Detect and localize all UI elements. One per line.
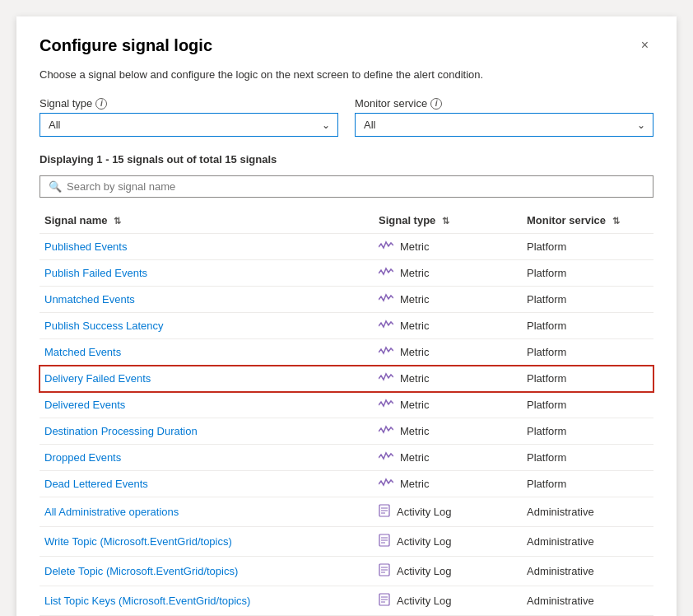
metric-icon [379, 293, 393, 306]
close-button[interactable]: × [636, 36, 653, 54]
signal-type-dropdown-wrapper: All ⌄ [40, 113, 338, 137]
signal-type-cell: Activity Log [374, 497, 522, 527]
signal-name-cell[interactable]: Destination Processing Duration [40, 418, 374, 445]
monitor-service-info-icon[interactable]: i [430, 98, 442, 110]
table-row[interactable]: Delete Topic (Microsoft.EventGrid/topics… [40, 557, 653, 586]
table-row[interactable]: Publish Failed EventsMetricPlatform [40, 260, 653, 287]
signal-type-text: Metric [400, 240, 429, 253]
table-row[interactable]: List Topic Keys (Microsoft.EventGrid/top… [40, 586, 653, 616]
monitor-service-cell: Platform [522, 260, 653, 287]
monitor-service-cell: Platform [522, 287, 653, 313]
configure-signal-panel: Configure signal logic × Choose a signal… [16, 16, 677, 616]
signal-name-cell[interactable]: Delete Topic (Microsoft.EventGrid/topics… [40, 557, 374, 586]
monitor-service-cell: Platform [522, 339, 653, 366]
signal-type-info-icon[interactable]: i [95, 98, 107, 110]
table-row[interactable]: Destination Processing DurationMetricPla… [40, 418, 653, 445]
signals-table: Signal name ⇅ Signal type ⇅ Monitor serv… [40, 208, 653, 616]
table-row[interactable]: Matched EventsMetricPlatform [40, 339, 653, 366]
signal-name-cell[interactable]: Dropped Events [40, 445, 374, 471]
col-header-signal-name: Signal name ⇅ [40, 208, 374, 234]
signal-type-cell: Metric [374, 260, 522, 287]
col-header-signal-type: Signal type ⇅ [374, 208, 522, 234]
panel-header: Configure signal logic × [40, 36, 653, 55]
signal-type-text: Metric [400, 346, 429, 358]
signal-type-text: Metric [400, 320, 429, 332]
monitor-service-cell: Administrative [522, 557, 653, 586]
activity-log-icon [379, 504, 390, 520]
table-row[interactable]: Write Topic (Microsoft.EventGrid/topics)… [40, 527, 653, 557]
monitor-service-cell: Administrative [522, 497, 653, 527]
monitor-service-cell: Platform [522, 234, 653, 260]
table-row[interactable]: Delivery Failed EventsMetricPlatform [40, 366, 653, 392]
table-row[interactable]: Delivered EventsMetricPlatform [40, 392, 653, 418]
signal-type-cell: Metric [374, 418, 522, 445]
signal-name-cell[interactable]: Publish Failed Events [40, 260, 374, 287]
signal-name-cell[interactable]: List Topic Keys (Microsoft.EventGrid/top… [40, 586, 374, 616]
signal-name-cell[interactable]: Publish Success Latency [40, 313, 374, 339]
signal-type-group: Signal type i All ⌄ [40, 97, 338, 137]
signal-type-cell: Activity Log [374, 527, 522, 557]
search-input[interactable] [67, 180, 644, 193]
metric-icon [379, 425, 393, 437]
table-row[interactable]: Unmatched EventsMetricPlatform [40, 287, 653, 313]
metric-icon [379, 346, 393, 358]
table-row[interactable]: Dead Lettered EventsMetricPlatform [40, 471, 653, 497]
monitor-service-group: Monitor service i All ⌄ [355, 97, 653, 137]
signal-type-cell: Metric [374, 392, 522, 418]
signal-name-cell[interactable]: All Administrative operations [40, 497, 374, 527]
signal-name-cell[interactable]: Write Topic (Microsoft.EventGrid/topics) [40, 527, 374, 557]
signal-type-cell: Metric [374, 313, 522, 339]
metric-icon [379, 478, 393, 490]
monitor-service-sort-icon[interactable]: ⇅ [612, 216, 620, 226]
signal-type-select[interactable]: All [40, 113, 338, 137]
monitor-service-cell: Platform [522, 418, 653, 445]
panel-description: Choose a signal below and configure the … [40, 68, 653, 81]
metric-icon [379, 267, 393, 279]
signal-type-sort-icon[interactable]: ⇅ [442, 216, 449, 226]
signal-name-sort-icon[interactable]: ⇅ [114, 216, 121, 226]
signal-type-text: Activity Log [397, 595, 451, 607]
signal-type-text: Activity Log [397, 565, 451, 577]
metric-icon [379, 240, 393, 253]
metric-icon [379, 451, 393, 464]
signal-type-text: Metric [400, 372, 429, 385]
signal-type-text: Metric [400, 478, 429, 490]
signal-name-cell[interactable]: Unmatched Events [40, 287, 374, 313]
monitor-service-cell: Platform [522, 392, 653, 418]
signal-type-cell: Metric [374, 339, 522, 366]
displaying-count: Displaying 1 - 15 signals out of total 1… [40, 153, 653, 166]
signal-type-cell: Metric [374, 471, 522, 497]
signal-type-text: Metric [400, 425, 429, 437]
signal-type-cell: Metric [374, 234, 522, 260]
monitor-service-cell: Platform [522, 445, 653, 471]
signal-type-text: Metric [400, 399, 429, 411]
signal-name-cell[interactable]: Delivered Events [40, 392, 374, 418]
signal-type-cell: Activity Log [374, 557, 522, 586]
signal-type-text: Metric [400, 267, 429, 279]
metric-icon [379, 320, 393, 332]
monitor-service-select[interactable]: All [355, 113, 653, 137]
activity-log-icon [379, 563, 390, 579]
metric-icon [379, 399, 393, 411]
monitor-service-cell: Administrative [522, 527, 653, 557]
signal-type-cell: Activity Log [374, 586, 522, 616]
table-header-row: Signal name ⇅ Signal type ⇅ Monitor serv… [40, 208, 653, 234]
table-row[interactable]: Published EventsMetricPlatform [40, 234, 653, 260]
monitor-service-dropdown-wrapper: All ⌄ [355, 113, 653, 137]
signal-name-cell[interactable]: Matched Events [40, 339, 374, 366]
table-row[interactable]: Publish Success LatencyMetricPlatform [40, 313, 653, 339]
col-header-monitor-service: Monitor service ⇅ [522, 208, 653, 234]
table-row[interactable]: Dropped EventsMetricPlatform [40, 445, 653, 471]
table-row[interactable]: All Administrative operationsActivity Lo… [40, 497, 653, 527]
signal-type-label: Signal type i [40, 97, 338, 110]
signal-type-text: Metric [400, 451, 429, 464]
panel-title: Configure signal logic [40, 36, 212, 55]
signal-name-cell[interactable]: Delivery Failed Events [40, 366, 374, 392]
search-icon: 🔍 [49, 180, 62, 193]
signal-name-cell[interactable]: Published Events [40, 234, 374, 260]
signal-name-cell[interactable]: Dead Lettered Events [40, 471, 374, 497]
monitor-service-cell: Platform [522, 471, 653, 497]
activity-log-icon [379, 593, 390, 609]
metric-icon [379, 372, 393, 385]
activity-log-icon [379, 534, 390, 549]
